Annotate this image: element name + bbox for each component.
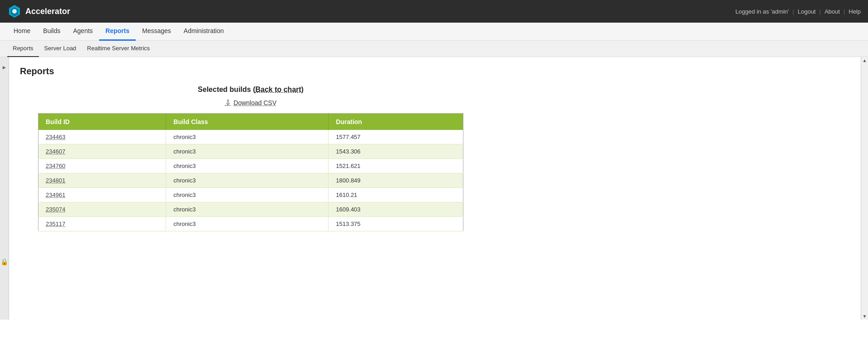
download-csv-row: ⇩ Download CSV (38, 98, 463, 107)
user-info: Logged in as 'admin' (735, 8, 789, 15)
table-row: 234760chronic31521.621 (38, 159, 463, 173)
nav-item-reports[interactable]: Reports (99, 23, 136, 41)
cell-build-id[interactable]: 235117 (38, 217, 166, 231)
cell-duration: 1543.306 (329, 144, 463, 159)
sidebar-collapse: ► 🔒 (0, 57, 9, 320)
col-header-build-class: Build Class (166, 114, 329, 130)
nav-item-messages[interactable]: Messages (136, 23, 177, 41)
about-link[interactable]: About (825, 8, 840, 15)
help-link[interactable]: Help (849, 8, 861, 15)
subtab-server-load[interactable]: Server Load (39, 41, 82, 57)
download-icon: ⇩ (225, 98, 231, 107)
col-header-duration: Duration (329, 114, 463, 130)
table-row: 234801chronic31800.849 (38, 173, 463, 188)
cell-build-id[interactable]: 234463 (38, 130, 166, 144)
cell-build-class: chronic3 (166, 130, 329, 144)
cell-duration: 1513.375 (329, 217, 463, 231)
logout-link[interactable]: Logout (798, 8, 816, 15)
cell-build-class: chronic3 (166, 173, 329, 188)
top-bar-right: Logged in as 'admin' | Logout | About | … (735, 8, 861, 15)
lock-icon: 🔒 (0, 258, 8, 265)
cell-duration: 1800.849 (329, 173, 463, 188)
table-row: 234961chronic31610.21 (38, 188, 463, 202)
table-body: 234463chronic31577.457234607chronic31543… (38, 130, 463, 231)
right-scrollbar: ▲ ▼ (861, 57, 868, 320)
cell-duration: 1577.457 (329, 130, 463, 144)
logo-text: Accelerator (25, 7, 70, 16)
cell-build-id[interactable]: 234801 (38, 173, 166, 188)
cell-build-id[interactable]: 235074 (38, 202, 166, 217)
download-csv-label: Download CSV (234, 99, 277, 106)
cell-build-id[interactable]: 234961 (38, 188, 166, 202)
subtab-reports[interactable]: Reports (7, 41, 39, 57)
nav-item-administration[interactable]: Administration (177, 23, 230, 41)
table-row: 235074chronic31609.403 (38, 202, 463, 217)
page-title: Reports (20, 66, 850, 77)
data-table: Build ID Build Class Duration 234463chro… (38, 113, 463, 231)
download-csv-link[interactable]: ⇩ Download CSV (225, 98, 277, 107)
cell-build-class: chronic3 (166, 144, 329, 159)
cell-build-id[interactable]: 234760 (38, 159, 166, 173)
cell-build-class: chronic3 (166, 159, 329, 173)
table-row: 234607chronic31543.306 (38, 144, 463, 159)
cell-duration: 1521.621 (329, 159, 463, 173)
table-container: Selected builds (Back to chart) ⇩ Downlo… (38, 86, 463, 231)
scroll-down-arrow[interactable]: ▼ (863, 314, 867, 319)
nav-item-builds[interactable]: Builds (37, 23, 67, 41)
svg-point-2 (12, 9, 17, 14)
cell-build-class: chronic3 (166, 202, 329, 217)
scroll-up-arrow[interactable]: ▲ (863, 58, 867, 63)
separator1: | (792, 8, 794, 15)
layout: ► 🔒 Reports Selected builds (Back to cha… (0, 57, 868, 320)
nav-item-home[interactable]: Home (7, 23, 37, 41)
back-to-chart-link[interactable]: Back to chart (255, 86, 301, 93)
collapse-arrow[interactable]: ► (2, 64, 7, 71)
top-bar: Accelerator Logged in as 'admin' | Logou… (0, 0, 868, 23)
nav-bar: Home Builds Agents Reports Messages Admi… (0, 23, 868, 41)
table-row: 235117chronic31513.375 (38, 217, 463, 231)
cell-build-id[interactable]: 234607 (38, 144, 166, 159)
cell-build-class: chronic3 (166, 188, 329, 202)
subtab-realtime-server-metrics[interactable]: Realtime Server Metrics (81, 41, 155, 57)
separator2: | (819, 8, 820, 15)
table-head: Build ID Build Class Duration (38, 114, 463, 130)
cell-duration: 1609.403 (329, 202, 463, 217)
table-header-row: Build ID Build Class Duration (38, 114, 463, 130)
logo-area: Accelerator (7, 4, 70, 19)
heading-prefix: Selected builds ( (198, 86, 255, 93)
separator3: | (844, 8, 845, 15)
col-header-build-id: Build ID (38, 114, 166, 130)
content-area: Reports Selected builds (Back to chart) … (9, 57, 861, 320)
cell-duration: 1610.21 (329, 188, 463, 202)
heading-suffix: ) (301, 86, 304, 93)
cell-build-class: chronic3 (166, 217, 329, 231)
logo-icon (7, 4, 22, 19)
nav-item-agents[interactable]: Agents (67, 23, 100, 41)
table-heading: Selected builds (Back to chart) (38, 86, 463, 94)
sub-tabs: Reports Server Load Realtime Server Metr… (0, 41, 868, 57)
table-row: 234463chronic31577.457 (38, 130, 463, 144)
